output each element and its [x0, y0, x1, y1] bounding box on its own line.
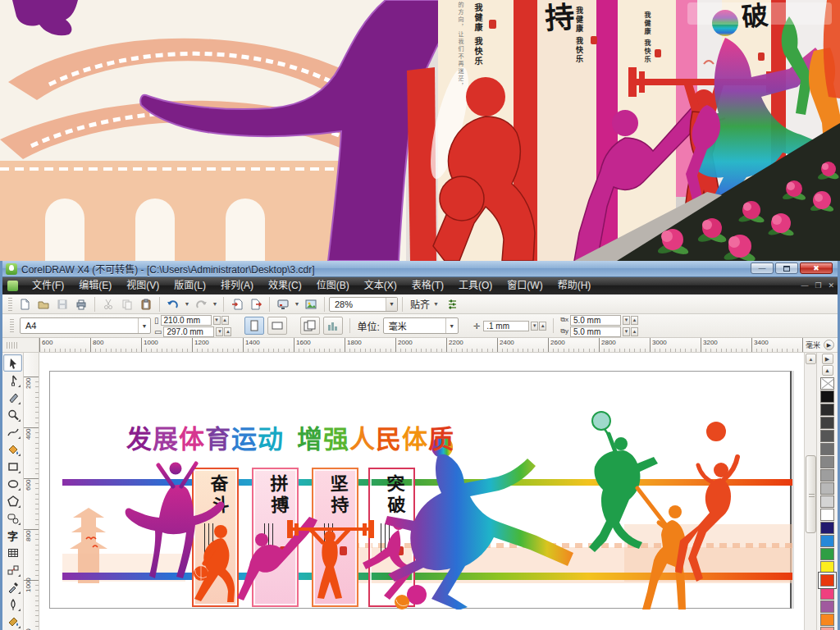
- freehand-tool[interactable]: [3, 423, 22, 441]
- dupx-spin-down[interactable]: ▼: [623, 316, 630, 325]
- color-swatch[interactable]: [820, 390, 834, 403]
- color-swatch[interactable]: [820, 509, 834, 521]
- portrait-button[interactable]: [244, 317, 264, 335]
- application-launcher-dropdown[interactable]: ▼: [293, 296, 301, 313]
- redo-dropdown[interactable]: ▼: [211, 296, 219, 313]
- height-spin-up[interactable]: ▲: [224, 327, 231, 336]
- welcome-screen-button[interactable]: [302, 296, 320, 313]
- color-swatch[interactable]: [820, 469, 834, 482]
- snap-to-dropdown[interactable]: 贴齐 ▼: [407, 297, 442, 311]
- save-button[interactable]: [53, 296, 71, 313]
- palette-scroll-up-button[interactable]: ▲: [822, 365, 833, 376]
- ruler-origin[interactable]: [2, 338, 39, 352]
- scroll-up-button[interactable]: ▲: [806, 354, 816, 364]
- scrollbar-thumb[interactable]: [806, 455, 816, 533]
- cut-button[interactable]: [99, 296, 117, 313]
- zoom-dropdown-icon[interactable]: ▼: [386, 298, 397, 311]
- all-pages-button[interactable]: [300, 317, 320, 335]
- open-button[interactable]: [34, 296, 52, 313]
- new-document-button[interactable]: [16, 296, 34, 313]
- width-spin-down[interactable]: ▼: [213, 316, 221, 325]
- paper-height-input[interactable]: 297.0 mm: [163, 326, 214, 337]
- nudge-spin-up[interactable]: ▲: [539, 322, 546, 331]
- color-swatch[interactable]: [820, 522, 834, 534]
- color-swatch[interactable]: [820, 482, 834, 495]
- close-button[interactable]: ✖: [800, 262, 833, 274]
- undo-button[interactable]: [164, 296, 182, 313]
- color-swatch[interactable]: [820, 561, 834, 573]
- menu-item[interactable]: 排列(A): [213, 277, 261, 294]
- menu-item[interactable]: 表格(T): [404, 277, 451, 294]
- print-button[interactable]: [72, 296, 90, 313]
- color-swatch[interactable]: [820, 614, 834, 626]
- menu-item[interactable]: 视图(V): [119, 277, 167, 294]
- maximize-button[interactable]: [775, 262, 798, 274]
- doc-close-button[interactable]: ✕: [828, 282, 834, 290]
- color-swatch[interactable]: [820, 495, 834, 508]
- ellipse-tool[interactable]: [3, 475, 22, 492]
- application-launcher-button[interactable]: [274, 296, 292, 313]
- rectangle-tool[interactable]: [3, 458, 22, 475]
- menu-item[interactable]: 工具(O): [451, 277, 500, 294]
- menu-item[interactable]: 文件(F): [25, 277, 71, 294]
- color-swatch[interactable]: [820, 587, 834, 600]
- motto-banner[interactable]: 突破: [368, 468, 415, 607]
- zoom-tool[interactable]: [3, 406, 22, 423]
- pick-tool[interactable]: [3, 354, 22, 372]
- paper-type-dropdown-icon[interactable]: ▼: [138, 318, 150, 333]
- doc-restore-button[interactable]: ❐: [815, 282, 821, 290]
- outline-pen-tool[interactable]: [3, 596, 22, 613]
- eyedropper-tool[interactable]: [3, 578, 22, 596]
- color-swatch[interactable]: [820, 548, 834, 560]
- palette-flip-button[interactable]: ▶: [822, 354, 833, 364]
- horizontal-ruler[interactable]: 6008001000120014001600180020002200240026…: [39, 338, 838, 352]
- vertical-scrollbar[interactable]: ▲: [804, 353, 816, 630]
- color-swatch[interactable]: [820, 574, 834, 587]
- menu-item[interactable]: 编辑(E): [71, 277, 119, 294]
- menu-item[interactable]: 版面(L): [167, 277, 213, 294]
- sports-wall-design[interactable]: 奋斗 拼搏 坚持: [49, 371, 792, 609]
- toolbar-grip[interactable]: [8, 298, 12, 311]
- zoom-level-combo[interactable]: 28% ▼: [329, 297, 398, 312]
- basic-shapes-tool[interactable]: [3, 509, 22, 527]
- redo-button[interactable]: [192, 296, 210, 313]
- no-color-swatch[interactable]: [820, 377, 834, 390]
- current-page-button[interactable]: [323, 317, 343, 335]
- blend-tool[interactable]: [3, 561, 22, 578]
- doc-minimize-button[interactable]: —: [801, 282, 808, 290]
- crop-tool[interactable]: [3, 389, 22, 406]
- options-button[interactable]: [443, 296, 461, 313]
- color-swatch[interactable]: [820, 600, 834, 613]
- color-swatch[interactable]: [820, 404, 834, 416]
- duplicate-x-input[interactable]: 5.0 mm: [570, 315, 621, 326]
- color-swatch[interactable]: [820, 535, 834, 547]
- motto-banner[interactable]: 拼搏: [252, 468, 299, 607]
- ruler-scroll-button[interactable]: ▶: [824, 340, 834, 350]
- color-swatch[interactable]: [820, 443, 834, 455]
- smart-fill-tool[interactable]: [3, 441, 22, 458]
- undo-dropdown[interactable]: ▼: [183, 296, 191, 313]
- import-button[interactable]: [228, 296, 246, 313]
- paste-button[interactable]: [137, 296, 155, 313]
- polygon-tool[interactable]: [3, 492, 22, 509]
- export-button[interactable]: [247, 296, 265, 313]
- color-swatch[interactable]: [820, 456, 834, 468]
- width-spin-up[interactable]: ▲: [221, 316, 229, 325]
- minimize-button[interactable]: —: [751, 262, 774, 274]
- motto-banner[interactable]: 坚持: [312, 468, 358, 607]
- shape-tool[interactable]: [3, 372, 22, 389]
- menu-item[interactable]: 帮助(H): [550, 277, 599, 294]
- dupy-spin-up[interactable]: ▲: [631, 327, 638, 336]
- nudge-spin-down[interactable]: ▼: [531, 322, 538, 331]
- color-swatch[interactable]: [820, 627, 834, 630]
- copy-button[interactable]: [118, 296, 136, 313]
- menu-item[interactable]: 效果(C): [261, 277, 309, 294]
- drawing-canvas[interactable]: 奋斗 拼搏 坚持: [39, 353, 804, 630]
- paper-type-combo[interactable]: A4 ▼: [20, 317, 151, 334]
- vertical-ruler[interactable]: 20040060080010001200: [24, 353, 39, 630]
- propbar-grip[interactable]: [10, 319, 14, 332]
- nudge-offset-input[interactable]: .1 mm: [483, 321, 529, 331]
- duplicate-y-input[interactable]: 5.0 mm: [570, 326, 621, 337]
- table-tool[interactable]: [3, 544, 22, 561]
- dupy-spin-down[interactable]: ▼: [623, 327, 630, 336]
